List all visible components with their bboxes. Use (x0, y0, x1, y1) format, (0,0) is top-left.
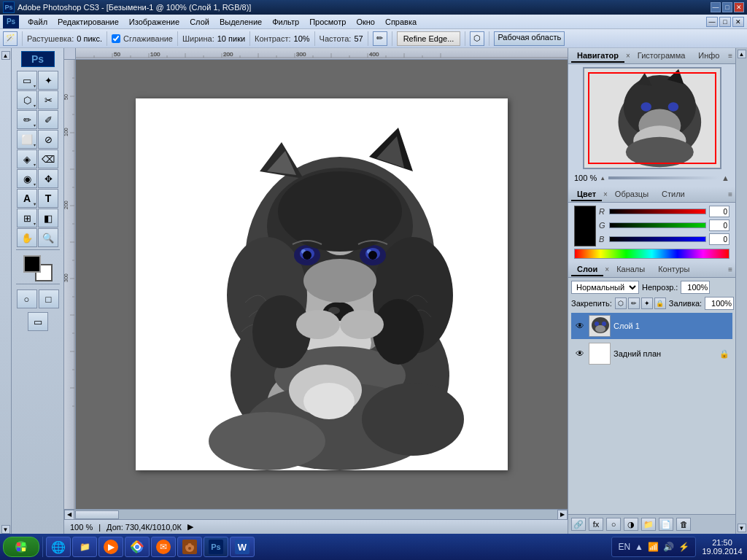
menu-window[interactable]: Окно (352, 17, 379, 27)
text-tool[interactable]: T (38, 189, 58, 208)
opacity-input[interactable] (681, 281, 710, 294)
blur-tool[interactable]: ◈▾ (17, 149, 37, 168)
add-style-btn[interactable]: fx (589, 518, 603, 531)
channels-tab[interactable]: Каналы (611, 263, 651, 276)
foreground-color-swatch[interactable] (23, 255, 41, 273)
b-value[interactable] (709, 233, 729, 245)
screen-mode-btn[interactable]: □ (39, 289, 59, 308)
tool-preset-btn[interactable]: 🪄 (3, 31, 18, 46)
lock-transparent[interactable]: ⬡ (615, 298, 627, 309)
quick-mask-btn[interactable]: ○ (17, 289, 37, 308)
system-clock[interactable]: 21:50 19.09.2014 (700, 538, 744, 556)
lock-paint[interactable]: ✏ (628, 298, 640, 309)
scroll-track[interactable] (74, 510, 557, 520)
taskbar-chrome[interactable] (125, 537, 150, 557)
canvas-document[interactable] (136, 98, 508, 470)
blend-mode-select[interactable]: Нормальный (571, 281, 639, 294)
link-layers-btn[interactable]: 🔗 (571, 518, 586, 531)
zoom-in-icon[interactable]: ▲ (721, 174, 729, 182)
scroll-right-arrow[interactable]: ▶ (557, 510, 568, 520)
fill-input[interactable] (705, 297, 734, 310)
menu-view[interactable]: Просмотр (305, 17, 350, 27)
styles-tab[interactable]: Стили (656, 188, 691, 201)
menu-file[interactable]: Файл (23, 17, 52, 27)
taskbar-bear-app[interactable] (177, 537, 202, 557)
color-tab[interactable]: Цвет (571, 188, 602, 201)
zoom-tool[interactable]: 🔍 (38, 228, 58, 247)
maximize-button[interactable]: □ (722, 2, 732, 12)
info-tab[interactable]: Инфо (692, 50, 725, 63)
zoom-slider[interactable] (608, 176, 719, 179)
color-spectrum[interactable] (574, 249, 729, 259)
menu-layer[interactable]: Слой (185, 17, 214, 27)
layer-item-0[interactable]: 👁 Слой 1 (571, 313, 732, 339)
crop-tool[interactable]: ✂ (38, 90, 58, 109)
mask-btn[interactable]: ⬡ (470, 31, 484, 46)
eraser-tool[interactable]: ⬜▾ (17, 130, 37, 149)
minimize-button[interactable]: — (711, 2, 721, 12)
layer-eye-1[interactable]: 👁 (574, 348, 586, 359)
canvas-scroll-area[interactable] (76, 60, 568, 509)
stamp-tool[interactable]: ✐ (38, 110, 58, 129)
title-bar-controls[interactable]: — □ ✕ (711, 2, 744, 12)
layer-item-1[interactable]: 👁 Задний план 🔒 (571, 341, 732, 367)
r-slider[interactable] (609, 209, 706, 214)
marquee-tool[interactable]: ▭▾ (17, 71, 37, 90)
win-minimize[interactable]: — (706, 17, 718, 27)
left-scroll-up[interactable]: ▲ (1, 51, 10, 60)
menu-help[interactable]: Справка (381, 17, 421, 27)
lasso-tool[interactable]: ⬡▾ (17, 90, 37, 109)
hand-tool[interactable]: ✋ (17, 228, 37, 247)
canvas-horizontal-scrollbar[interactable]: ◀ ▶ (64, 509, 568, 519)
workspace-select[interactable]: Рабочая область (494, 31, 565, 46)
navigator-panel-close[interactable]: ≡ (728, 52, 732, 60)
add-adjustment-btn[interactable]: ◑ (624, 518, 638, 531)
shape-tool[interactable]: ⊞▾ (17, 209, 37, 228)
add-mask-btn[interactable]: ○ (606, 518, 621, 531)
paths-tab[interactable]: Контуры (652, 263, 695, 276)
swatches-tab[interactable]: Образцы (609, 188, 654, 201)
stylus-btn[interactable]: ✏ (373, 31, 387, 46)
taskbar-photoshop[interactable]: Ps (204, 537, 228, 557)
win-close[interactable]: ✕ (732, 17, 744, 27)
zoom-out-icon[interactable]: ▲ (600, 175, 605, 182)
layer-eye-0[interactable]: 👁 (574, 320, 586, 332)
lock-all[interactable]: 🔒 (654, 298, 666, 309)
add-group-btn[interactable]: 📁 (641, 518, 656, 531)
menu-edit[interactable]: Редактирование (53, 17, 123, 27)
path-select[interactable]: ✥ (38, 169, 58, 188)
taskbar-word[interactable]: W (230, 537, 255, 557)
color-swatches[interactable] (23, 255, 53, 281)
move-tool[interactable]: ✦ (38, 71, 58, 90)
close-button[interactable]: ✕ (734, 2, 744, 12)
healing-tool[interactable]: ✏▾ (17, 110, 37, 129)
new-layer-btn[interactable]: 📄 (659, 518, 673, 531)
delete-layer-btn[interactable]: 🗑 (676, 518, 691, 531)
taskbar-explorer[interactable]: 📁 (72, 537, 97, 557)
pen-tool[interactable]: ◉▾ (17, 169, 37, 188)
note-tool[interactable]: ◧ (38, 209, 58, 228)
lock-move[interactable]: ✦ (641, 298, 653, 309)
menu-select[interactable]: Выделение (215, 17, 266, 27)
taskbar-media[interactable]: ▶ (98, 537, 123, 557)
right-scroll-up[interactable]: ▲ (738, 50, 746, 58)
r-value[interactable] (709, 206, 729, 217)
color-swatch-fg[interactable] (574, 206, 596, 246)
layers-panel-close[interactable]: ≡ (728, 265, 732, 273)
paint-bucket[interactable]: ⊘ (38, 130, 58, 149)
color-panel-close[interactable]: ≡ (728, 190, 732, 198)
frame-btn[interactable]: ▭ (28, 312, 48, 331)
right-scroll-down[interactable]: ▼ (738, 524, 746, 532)
left-scroll-down[interactable]: ▼ (1, 525, 10, 534)
start-button[interactable] (3, 537, 39, 557)
win-restore[interactable]: □ (719, 17, 731, 27)
taskbar-ie[interactable]: 🌐 (46, 537, 71, 557)
g-value[interactable] (709, 219, 729, 231)
scroll-right-icon[interactable]: ▶ (187, 522, 193, 532)
layers-tab[interactable]: Слои (571, 263, 603, 276)
menu-image[interactable]: Изображение (125, 17, 184, 27)
taskbar-email[interactable]: ✉ (151, 537, 176, 557)
dodge-tool[interactable]: ⌫ (38, 149, 58, 168)
menu-filter[interactable]: Фильтр (268, 17, 303, 27)
type-tool[interactable]: A▾ (17, 189, 37, 208)
